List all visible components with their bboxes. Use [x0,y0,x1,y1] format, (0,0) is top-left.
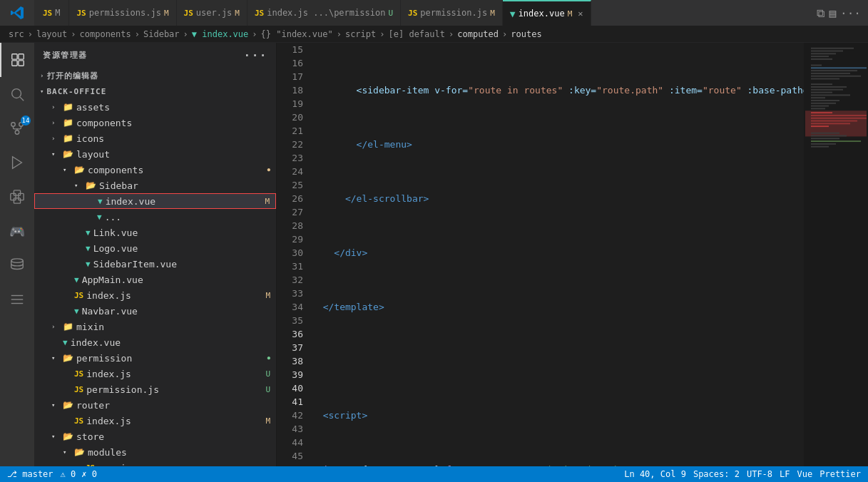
tab-user-label: user.js [196,8,233,18]
tree-item-app-js[interactable]: JS app.js [34,460,276,466]
line-numbers: 1516171819 2021222324 2526272829 3031323… [277,43,309,466]
tab-permissions-js[interactable]: JS permissions.js M [69,0,176,26]
status-warnings[interactable]: ⚠ 0 [61,469,76,479]
tree-item-icons[interactable]: › 📁 icons [34,130,276,146]
svg-rect-39 [811,106,829,107]
svg-rect-30 [811,78,839,80]
store-label: store [76,431,104,442]
tree-item-placeholder[interactable]: ▼ ... [34,209,276,225]
activity-item-storage[interactable] [0,248,34,282]
activity-item-games[interactable]: 🎮 [0,214,34,248]
status-spaces[interactable]: Spaces: 2 [693,469,740,479]
tree-item-index-js-perm[interactable]: JS index.js U [34,366,276,381]
tree-item-index-vue[interactable]: ▼ index.vue M [34,193,276,209]
tree-item-logo-vue[interactable]: ▼ Logo.vue [34,240,276,256]
svg-rect-3 [19,61,24,66]
tabs-container: JS M JS permissions.js M JS user.js M JS… [34,0,810,26]
index-vue-label: index.vue [106,196,155,207]
breadcrumb: src› layout› components› Sidebar› ▼ inde… [0,26,868,43]
tree-item-sidebaritem-vue[interactable]: ▼ SidebarItem.vue [34,256,276,272]
activity-item-debug[interactable] [0,145,34,180]
code-line-20 [309,354,804,368]
tab-index-permission[interactable]: JS index.js ...\permission U [247,0,401,26]
close-icon[interactable]: ✕ [578,9,583,19]
tab-m[interactable]: JS M [34,0,69,26]
tree-item-router[interactable]: ▾ 📂 router [34,397,276,413]
status-errors[interactable]: ✗ 0 [81,469,97,479]
status-encoding[interactable]: UTF-8 [747,469,772,479]
logo-vue-label: Logo.vue [93,243,138,254]
tab-user-js[interactable]: JS user.js M [177,0,247,26]
tree-item-assets[interactable]: › 📁 assets [34,99,276,115]
more-icon[interactable]: ··· [840,6,861,20]
layout-icon[interactable]: ▤ [829,6,836,20]
permission-js-label: permission.js [86,384,159,395]
activity-bar-top [0,0,34,26]
svg-rect-11 [11,193,16,200]
svg-rect-36 [811,97,825,98]
code-area[interactable]: <sidebar-item v-for="route in routes" :k… [309,43,804,466]
tree-item-index-js-router[interactable]: JS index.js M [34,413,276,429]
layout-label: layout [76,149,110,160]
components2-label: components [88,165,143,175]
activity-item-list[interactable] [0,282,34,317]
status-formatter[interactable]: Prettier [820,469,861,479]
tree-item-components[interactable]: › 📁 components [34,115,276,130]
status-line-ending[interactable]: LF [780,469,790,479]
tree-item-permission-js[interactable]: JS permission.js U [34,381,276,397]
sidebar-more[interactable]: ··· [244,48,267,62]
svg-rect-12 [19,193,24,200]
status-branch[interactable]: ⎇ master [7,469,53,479]
status-position[interactable]: Ln 40, Col 9 [624,469,686,479]
tree-item-sidebar[interactable]: ▾ 📂 Sidebar [34,178,276,193]
tab-permissions-label: permissions.js [89,8,161,18]
tree-item-permission[interactable]: ▾ 📂 permission ● [34,350,276,366]
sidebar: 资源管理器 ··· › 打开的编辑器 ▾ BACK-OFFICE › 📁 ass… [34,43,277,466]
svg-rect-1 [19,54,24,59]
svg-rect-19 [805,44,867,465]
tree-item-appmain-vue[interactable]: ▼ AppMain.vue [34,272,276,287]
git-badge: 14 [21,116,31,125]
activity-item-git[interactable]: 14 [0,111,34,145]
tree-item-link-vue[interactable]: ▼ Link.vue [34,225,276,240]
tab-perm-js-label: permission.js [420,8,487,18]
status-language[interactable]: Vue [797,469,813,479]
svg-rect-48 [811,133,839,134]
tree-item-mixin[interactable]: › 📁 mixin [34,319,276,334]
activity-item-search[interactable] [0,77,34,111]
activity-item-explorer[interactable] [0,43,34,77]
split-editor-icon[interactable]: ⧉ [817,6,824,20]
svg-rect-51 [811,140,861,142]
sidebar-tree: › 打开的编辑器 ▾ BACK-OFFICE › 📁 assets › 📁 co… [34,68,276,466]
tab-index-vue[interactable]: ▼ index.vue M ✕ [503,0,591,26]
svg-rect-21 [811,51,843,52]
status-bar: ⎇ master ⚠ 0 ✗ 0 Ln 40, Col 9 Spaces: 2 … [0,466,868,482]
activity-item-extensions[interactable] [0,180,34,214]
tree-item-store[interactable]: ▾ 📂 store [34,429,276,444]
open-editors-header[interactable]: › 打开的编辑器 [34,68,276,83]
tree-item-layout[interactable]: ▾ 📂 layout [34,146,276,162]
title-bar: JS M JS permissions.js M JS user.js M JS… [0,0,868,26]
minimap [804,43,868,466]
tree-item-index-vue2[interactable]: ▼ index.vue [34,334,276,350]
tab-bar-actions: ⧉ ▤ ··· [810,6,868,20]
svg-point-4 [12,89,21,98]
tree-item-navbar-vue[interactable]: ▼ Navbar.vue [34,303,276,319]
svg-rect-47 [811,125,829,127]
svg-line-5 [20,97,24,101]
svg-marker-10 [13,157,22,169]
backoffice-root[interactable]: ▾ BACK-OFFICE [34,83,276,99]
svg-point-6 [15,130,19,135]
sidebar-title: 资源管理器 [43,50,88,61]
svg-rect-23 [811,56,829,57]
code-line-19: </template> [309,300,804,314]
svg-rect-33 [811,89,843,91]
breadcrumb-computed: computed [457,29,499,39]
tree-item-index-js-layout[interactable]: JS index.js M [34,287,276,303]
tree-item-modules[interactable]: ▾ 📂 modules [34,444,276,460]
svg-rect-27 [811,70,857,71]
tab-permission-js[interactable]: JS permission.js M [401,0,503,26]
svg-rect-25 [811,65,822,66]
tree-item-components2[interactable]: ▾ 📂 components ● [34,162,276,178]
tab-index-vue-label: index.vue [519,9,565,19]
